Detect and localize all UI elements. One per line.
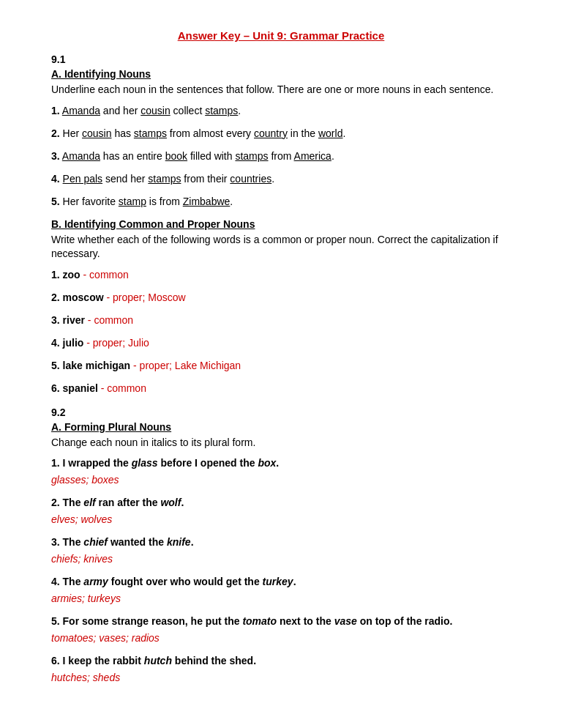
answer-91-b-3: - common: [88, 314, 133, 326]
noun-countries: countries: [230, 173, 271, 185]
item-92-a-6: 6. I keep the rabbit hutch behind the sh…: [51, 653, 511, 686]
item-92-a-4: 4. The army fought over who would get th…: [51, 574, 511, 606]
answer-91-b-5: - proper; Lake Michigan: [133, 360, 241, 371]
noun-cousin-1: cousin: [140, 105, 170, 116]
section-91-a: A. Identifying Nouns Underline each noun…: [51, 68, 511, 209]
section-92-a-heading: A. Forming Plural Nouns: [51, 421, 511, 433]
noun-stamps-4: stamps: [148, 173, 181, 185]
section-91-a-heading: A. Identifying Nouns: [51, 68, 511, 80]
noun-book: book: [165, 150, 187, 162]
noun-zimbabwe: Zimbabwe: [183, 196, 231, 207]
noun-penpals: Pen pals: [63, 173, 102, 185]
noun-stamps-1: stamps: [205, 105, 238, 116]
section-91-b-heading: B. Identifying Common and Proper Nouns: [51, 218, 511, 230]
section-92-a: A. Forming Plural Nouns Change each noun…: [51, 421, 511, 686]
answer-91-b-1: - common: [83, 269, 129, 281]
noun-stamp: stamp: [119, 196, 146, 207]
section-91-a-instruction: Underline each noun in the sentences tha…: [51, 83, 511, 97]
answer-91-b-2: - proper; Moscow: [106, 291, 185, 303]
section-91-number: 9.1: [51, 53, 511, 65]
answer-92-a-6: hutches; sheds: [51, 670, 511, 686]
noun-amanda-2: Amanda: [62, 150, 100, 162]
noun-amanda: Amanda: [62, 105, 100, 116]
noun-stamps-2: stamps: [134, 127, 167, 139]
answer-91-b-4: - proper; Julio: [86, 337, 149, 349]
page-title: Answer Key – Unit 9: Grammar Practice: [51, 29, 511, 42]
answer-92-a-3: chiefs; knives: [51, 551, 511, 567]
answer-92-a-2: elves; wolves: [51, 512, 511, 527]
answer-92-a-4: armies; turkeys: [51, 591, 511, 606]
noun-country: country: [254, 127, 288, 139]
section-91: 9.1 A. Identifying Nouns Underline each …: [51, 53, 511, 396]
item-91-b-2: 2. moscow - proper; Moscow: [51, 290, 511, 305]
section-91-b: B. Identifying Common and Proper Nouns W…: [51, 218, 511, 396]
noun-world: world: [318, 127, 342, 139]
answer-91-b-6: - common: [101, 382, 146, 394]
section-91-b-instruction: Write whether each of the following word…: [51, 233, 511, 261]
noun-america: America: [294, 150, 331, 162]
item-91-a-1: 1. Amanda and her cousin collect stamps.: [51, 103, 511, 119]
item-91-b-4: 4. julio - proper; Julio: [51, 335, 511, 351]
item-92-a-1: 1. I wrapped the glass before I opened t…: [51, 456, 511, 488]
item-92-a-3: 3. The chief wanted the knife. chiefs; k…: [51, 535, 511, 567]
section-92: 9.2 A. Forming Plural Nouns Change each …: [51, 406, 511, 686]
noun-cousin-2: cousin: [82, 127, 111, 139]
item-91-a-5: 5. Her favorite stamp is from Zimbabwe.: [51, 194, 511, 209]
section-92-a-instruction: Change each noun in italics to its plura…: [51, 436, 511, 450]
item-91-b-3: 3. river - common: [51, 313, 511, 328]
section-92-number: 9.2: [51, 406, 511, 418]
item-91-a-3: 3. Amanda has an entire book filled with…: [51, 149, 511, 164]
item-91-a-2: 2. Her cousin has stamps from almost eve…: [51, 126, 511, 141]
item-91-b-5: 5. lake michigan - proper; Lake Michigan: [51, 358, 511, 374]
item-91-a-4: 4. Pen pals send her stamps from their c…: [51, 171, 511, 187]
item-92-a-5: 5. For some strange reason, he put the t…: [51, 614, 511, 646]
answer-92-a-5: tomatoes; vases; radios: [51, 631, 511, 646]
item-91-b-1: 1. zoo - common: [51, 267, 511, 283]
item-91-b-6: 6. spaniel - common: [51, 381, 511, 396]
noun-stamps-3: stamps: [235, 150, 268, 162]
answer-92-a-1: glasses; boxes: [51, 472, 511, 488]
item-92-a-2: 2. The elf ran after the wolf. elves; wo…: [51, 495, 511, 527]
